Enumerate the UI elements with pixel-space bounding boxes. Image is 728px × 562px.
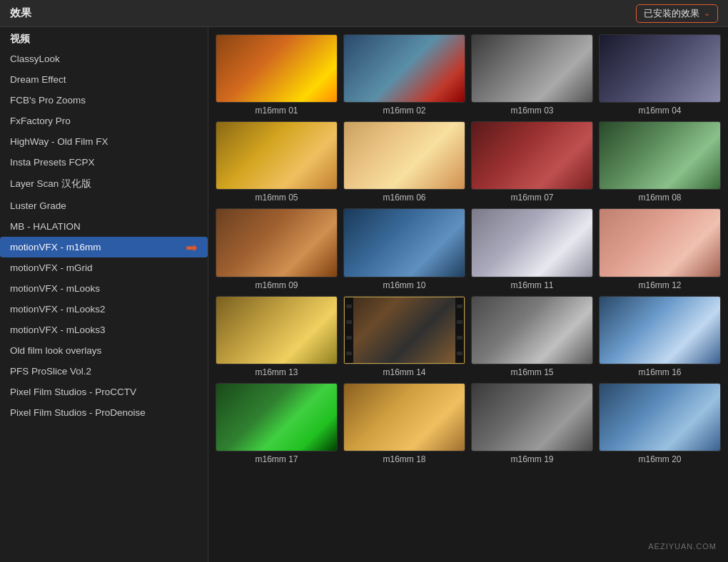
thumb-inner-13	[216, 297, 337, 364]
grid-item-2[interactable]: m16mm 02	[343, 34, 465, 116]
thumbnail-20	[599, 383, 721, 451]
thumbnail-4	[599, 34, 721, 103]
grid-item-3[interactable]: m16mm 03	[471, 34, 593, 116]
sidebar-section-video: 视频	[0, 27, 208, 48]
grid-item-15[interactable]: m16mm 15	[471, 296, 593, 377]
grid-item-17[interactable]: m16mm 17	[216, 383, 338, 464]
grid-item-11[interactable]: m16mm 11	[471, 208, 593, 290]
sidebar-item-motionvfx-mlooks2[interactable]: motionVFX - mLooks2	[0, 299, 208, 320]
grid-label-5: m16mm 05	[255, 193, 298, 203]
selection-arrow-icon: ➡	[186, 239, 208, 256]
film-strip-right	[455, 297, 464, 363]
sidebar-item-dream-effect[interactable]: Dream Effect	[0, 69, 208, 90]
thumbnail-8	[599, 121, 721, 190]
grid-item-10[interactable]: m16mm 10	[343, 208, 465, 290]
sidebar-item-classylook[interactable]: ClassyLook	[0, 48, 208, 69]
grid-item-16[interactable]: m16mm 16	[599, 296, 721, 377]
thumbnail-15	[471, 296, 593, 364]
thumbnail-10	[343, 208, 465, 277]
grid-item-1[interactable]: m16mm 01	[216, 34, 338, 116]
grid-label-4: m16mm 04	[638, 106, 681, 116]
sidebar-item-fcb-pro-zooms[interactable]: FCB's Pro Zooms	[0, 90, 208, 111]
thumbnail-1	[216, 34, 338, 103]
thumbnail-16	[599, 296, 721, 364]
grid-item-20[interactable]: m16mm 20	[599, 383, 721, 464]
grid-item-7[interactable]: m16mm 07	[471, 121, 593, 203]
thumbnail-5	[216, 121, 338, 190]
thumb-inner-7	[472, 122, 592, 189]
thumb-inner-15	[472, 297, 592, 364]
sidebar-item-layer-scan[interactable]: Layer Scan 汉化版	[0, 173, 208, 195]
sidebar-item-mb-halation[interactable]: MB - HALATION	[0, 216, 208, 237]
grid-item-8[interactable]: m16mm 08	[599, 121, 721, 203]
sidebar-item-luster-grade[interactable]: Luster Grade	[0, 195, 208, 216]
installed-filter-button[interactable]: 已安装的效果 ⌄	[636, 4, 718, 23]
effects-grid: m16mm 01m16mm 02m16mm 03m16mm 04m16mm 05…	[216, 34, 721, 464]
grid-item-13[interactable]: m16mm 13	[216, 296, 338, 377]
grid-label-15: m16mm 15	[510, 367, 553, 377]
sidebar-item-fxfactory-pro[interactable]: FxFactory Pro	[0, 111, 208, 131]
grid-label-2: m16mm 02	[383, 106, 425, 116]
thumbnail-13	[216, 296, 338, 364]
chevron-down-icon: ⌄	[704, 9, 710, 18]
sidebar-item-motionvfx-mgrid[interactable]: motionVFX - mGrid	[0, 257, 208, 278]
thumb-inner-12	[600, 209, 720, 276]
thumb-inner-20	[600, 384, 720, 451]
grid-item-6[interactable]: m16mm 06	[343, 121, 465, 203]
thumbnail-14	[343, 296, 465, 364]
sidebar-item-pfs-proslice[interactable]: PFS ProSlice Vol.2	[0, 361, 208, 382]
sidebar-item-pixel-film-proDenoise[interactable]: Pixel Film Studios - ProDenoise	[0, 402, 208, 423]
grid-label-8: m16mm 08	[638, 193, 681, 203]
grid-item-9[interactable]: m16mm 09	[216, 208, 338, 290]
app-header: 效果 已安装的效果 ⌄	[0, 0, 728, 27]
grid-item-14[interactable]: m16mm 14	[343, 296, 465, 377]
sidebar-item-motionvfx-mlooks3[interactable]: motionVFX - mLooks3	[0, 320, 208, 340]
grid-label-7: m16mm 07	[510, 193, 553, 203]
grid-label-17: m16mm 17	[255, 454, 298, 464]
sidebar: 视频 ClassyLookDream EffectFCB's Pro Zooms…	[0, 27, 208, 562]
thumb-inner-4	[600, 35, 720, 102]
thumbnail-19	[471, 383, 593, 451]
grid-label-19: m16mm 19	[510, 454, 553, 464]
thumb-inner-10	[344, 209, 465, 276]
grid-label-3: m16mm 03	[510, 106, 553, 116]
grid-item-18[interactable]: m16mm 18	[343, 383, 465, 464]
grid-label-20: m16mm 20	[638, 454, 681, 464]
sidebar-item-insta-presets[interactable]: Insta Presets FCPX	[0, 152, 208, 173]
grid-label-10: m16mm 10	[383, 280, 425, 290]
sidebar-item-old-film-overlays[interactable]: Old film look overlays	[0, 340, 208, 361]
grid-label-9: m16mm 09	[255, 280, 298, 290]
sidebar-item-pixel-film-proCCTV[interactable]: Pixel Film Studios - ProCCTV	[0, 382, 208, 402]
thumb-inner-6	[344, 122, 465, 189]
thumb-inner-14	[344, 297, 465, 364]
thumbnail-12	[599, 208, 721, 277]
grid-label-1: m16mm 01	[255, 106, 298, 116]
grid-label-11: m16mm 11	[510, 280, 553, 290]
thumbnail-11	[471, 208, 593, 277]
watermark: AEZIYUAN.COM	[648, 542, 717, 551]
grid-item-12[interactable]: m16mm 12	[599, 208, 721, 290]
thumbnail-3	[471, 34, 593, 103]
thumbnail-17	[216, 383, 338, 451]
thumb-inner-19	[472, 384, 592, 451]
thumbnail-7	[471, 121, 593, 190]
thumb-inner-9	[216, 209, 337, 276]
thumb-inner-3	[472, 35, 592, 102]
grid-label-12: m16mm 12	[638, 280, 681, 290]
thumb-inner-5	[216, 122, 337, 189]
thumb-inner-8	[600, 122, 720, 189]
grid-label-18: m16mm 18	[383, 454, 425, 464]
installed-label: 已安装的效果	[644, 7, 699, 20]
grid-item-19[interactable]: m16mm 19	[471, 383, 593, 464]
sidebar-item-highway-old-film[interactable]: HighWay - Old Film FX	[0, 131, 208, 152]
grid-item-4[interactable]: m16mm 04	[599, 34, 721, 116]
thumb-inner-11	[472, 209, 592, 276]
grid-label-13: m16mm 13	[255, 367, 298, 377]
grid-label-14: m16mm 14	[383, 367, 425, 377]
thumbnail-18	[343, 383, 465, 451]
grid-item-5[interactable]: m16mm 05	[216, 121, 338, 203]
thumb-inner-2	[344, 35, 465, 102]
sidebar-item-motionvfx-m16mm[interactable]: motionVFX - m16mm➡	[0, 237, 208, 257]
sidebar-item-motionvfx-mlooks[interactable]: motionVFX - mLooks	[0, 278, 208, 299]
app-title: 效果	[10, 6, 31, 20]
